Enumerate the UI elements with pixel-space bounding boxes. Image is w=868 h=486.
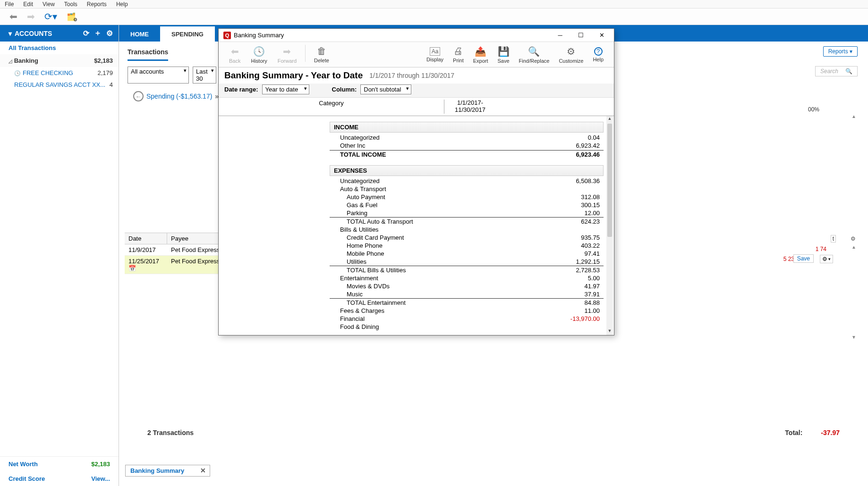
sidebar-networth[interactable]: Net Worth $2,183: [0, 457, 119, 471]
sidebar-item-checking[interactable]: 🕓FREE CHECKING 2,179: [0, 67, 119, 79]
menu-reports[interactable]: Reports: [87, 1, 107, 8]
report-line[interactable]: Movies & DVDs41.97: [330, 282, 604, 290]
daterange-dropdown[interactable]: Last 30: [193, 67, 216, 84]
help-button[interactable]: ?Help: [588, 46, 608, 63]
menu-file[interactable]: File: [5, 1, 14, 8]
tab-home[interactable]: HOME: [119, 27, 160, 42]
date-range-dropdown[interactable]: Year to date: [262, 84, 309, 94]
report-line[interactable]: TOTAL Entertainment84.88: [330, 298, 604, 307]
report-line-label: Bills & Utilities: [333, 226, 557, 233]
report-line[interactable]: Financial-13,970.00: [330, 315, 604, 323]
report-line[interactable]: Parking12.00: [330, 209, 604, 217]
column-dropdown[interactable]: Don't subtotal: [360, 84, 411, 94]
report-line-value: 37.91: [557, 291, 600, 298]
scroll-up-icon[interactable]: ▲: [606, 116, 613, 123]
peek-scroll-up-1[interactable]: ▲: [851, 114, 856, 119]
tab-spending[interactable]: SPENDING: [160, 26, 215, 42]
export-button[interactable]: 📤Export: [468, 45, 493, 65]
search-input[interactable]: Search 🔍: [815, 66, 858, 76]
maximize-button[interactable]: ☐: [570, 30, 591, 41]
sidebar-all-transactions[interactable]: All Transactions: [0, 42, 119, 54]
report-line[interactable]: Entertainment5.00: [330, 274, 604, 282]
menu-view[interactable]: View: [43, 1, 55, 8]
subtab-transactions[interactable]: Transactions: [128, 48, 168, 61]
report-line[interactable]: TOTAL Auto & Transport624.23: [330, 217, 604, 226]
history-button[interactable]: 🕓History: [246, 45, 272, 65]
save-button[interactable]: 💾Save: [493, 45, 514, 65]
back-arrow-icon[interactable]: ⬅: [9, 11, 17, 22]
report-line[interactable]: Gas & Fuel300.15: [330, 201, 604, 209]
sidebar-add-icon[interactable]: ＋: [94, 28, 102, 38]
menu-tools[interactable]: Tools: [64, 1, 77, 8]
dialog-titlebar[interactable]: Q Banking Summary ─ ☐ ✕: [219, 29, 614, 42]
report-line[interactable]: Uncategorized0.04: [330, 134, 604, 142]
peek-save-button[interactable]: Save: [793, 254, 814, 263]
networth-label: Net Worth: [9, 461, 38, 468]
report-line-value: 41.97: [557, 283, 600, 290]
peek-gear-dropdown[interactable]: ⚙▾: [820, 255, 833, 263]
vertical-scrollbar[interactable]: ▲ ▼: [606, 116, 613, 335]
sidebar-gear-icon[interactable]: ⚙: [106, 29, 113, 38]
menu-edit[interactable]: Edit: [23, 1, 33, 8]
report-line[interactable]: Credit Card Payment935.75: [330, 234, 604, 242]
category-column[interactable]: Category: [219, 100, 444, 114]
sidebar-section-banking[interactable]: ◿ Banking $2,183: [0, 54, 119, 67]
report-line[interactable]: Bills & Utilities: [330, 226, 604, 234]
calendar-icon[interactable]: 📅: [128, 265, 136, 272]
report-tab[interactable]: Banking Summary ✕: [125, 465, 210, 477]
creditscore-label: Credit Score: [9, 475, 45, 482]
report-line[interactable]: Uncategorized6,508.36: [330, 177, 604, 185]
report-line[interactable]: Auto Payment312.08: [330, 193, 604, 201]
report-line[interactable]: Fees & Charges11.00: [330, 307, 604, 315]
report-line[interactable]: Music37.91: [330, 290, 604, 298]
report-line[interactable]: TOTAL INCOME6,923.46: [330, 150, 604, 159]
report-line[interactable]: Utilities1,292.15: [330, 258, 604, 266]
forward-arrow-icon[interactable]: ➡: [27, 11, 35, 22]
breadcrumb-back-icon[interactable]: ←: [133, 91, 144, 101]
scroll-thumb[interactable]: [607, 124, 612, 237]
report-line-label: TOTAL Bills & Utilities: [333, 267, 557, 274]
accounts-dropdown[interactable]: All accounts: [128, 67, 189, 84]
sidebar-creditscore[interactable]: Credit Score View...: [0, 471, 119, 486]
back-button[interactable]: ⬅Back: [224, 45, 245, 65]
find-replace-button[interactable]: 🔍Find/Replace: [514, 45, 554, 65]
report-line[interactable]: TOTAL Bills & Utilities2,728.53: [330, 266, 604, 274]
report-line-value: 935.75: [557, 234, 600, 241]
breadcrumb-spending[interactable]: Spending (-$1,563.17): [146, 92, 212, 100]
print-button[interactable]: 🖨Print: [448, 45, 468, 64]
page-settings-icon[interactable]: 🗂️⚙: [67, 12, 80, 21]
minimize-button[interactable]: ─: [550, 30, 570, 41]
delete-button[interactable]: 🗑Delete: [309, 45, 334, 65]
scroll-down-icon[interactable]: ▼: [606, 328, 613, 335]
peek-scroll-down[interactable]: ▼: [851, 335, 856, 340]
forward-button[interactable]: ➡Forward: [273, 45, 301, 65]
report-tab-label: Banking Summary: [130, 467, 184, 474]
sidebar-caret-icon[interactable]: ▾: [9, 30, 12, 37]
report-line-label: Uncategorized: [333, 134, 557, 141]
report-line-label: Home Phone: [333, 242, 557, 249]
col-date[interactable]: Date: [125, 233, 167, 244]
report-line[interactable]: Food & Dining: [330, 323, 604, 331]
report-line-value: 0.04: [557, 134, 600, 141]
sidebar-refresh-icon[interactable]: ⟳: [83, 29, 89, 38]
sidebar-item-savings[interactable]: REGULAR SAVINGS ACCT XX... 4: [0, 79, 119, 91]
transactions-footer: 2 Transactions Total: -37.97: [128, 424, 859, 441]
peek-gear-top-icon[interactable]: ⚙: [851, 235, 856, 242]
refresh-icon[interactable]: ⟳▾: [44, 11, 57, 22]
dates-column[interactable]: 1/1/2017- 11/30/2017: [444, 100, 496, 114]
report-line[interactable]: Other Inc6,923.42: [330, 142, 604, 150]
peek-scroll-up-2[interactable]: ▲: [851, 244, 856, 250]
report-line-value: 11.00: [557, 307, 600, 314]
report-line[interactable]: Mobile Phone97.41: [330, 250, 604, 258]
gear-icon: ⚙: [567, 46, 575, 57]
search-icon: 🔍: [845, 68, 852, 75]
display-button[interactable]: AaDisplay: [422, 46, 448, 63]
report-line[interactable]: Home Phone403.22: [330, 242, 604, 250]
report-line-value: 84.88: [557, 299, 600, 306]
menu-help[interactable]: Help: [116, 1, 128, 8]
close-button[interactable]: ✕: [591, 30, 612, 41]
close-icon[interactable]: ✕: [200, 467, 206, 474]
customize-button[interactable]: ⚙Customize: [554, 45, 588, 65]
reports-button[interactable]: Reports ▾: [823, 46, 858, 57]
report-line[interactable]: Auto & Transport: [330, 185, 604, 193]
